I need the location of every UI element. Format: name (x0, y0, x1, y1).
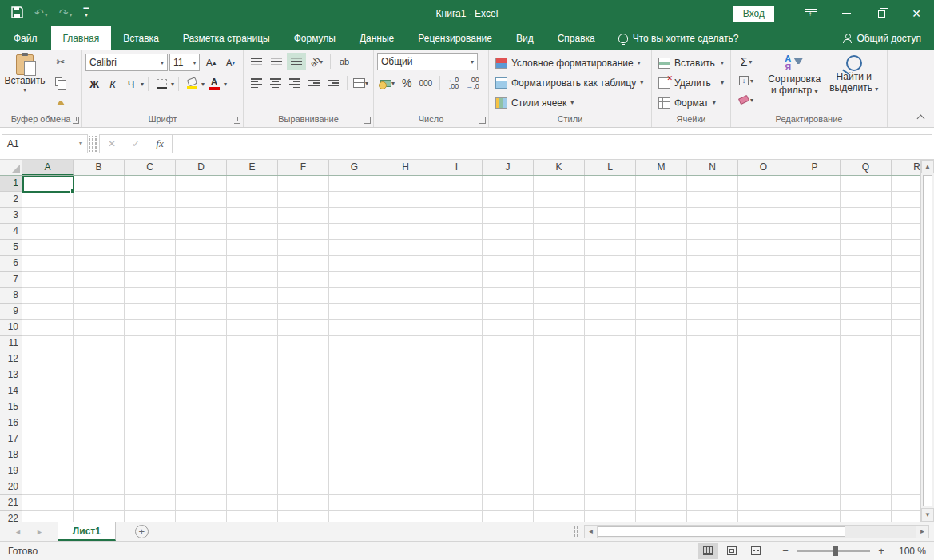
increase-indent-button[interactable] (324, 74, 343, 92)
ribbon-tab[interactable]: Вставка (111, 26, 171, 50)
number-format-select[interactable]: Общий▾ (377, 53, 478, 70)
orientation-button[interactable]: ab▾ (307, 53, 326, 70)
font-size-select[interactable]: 11▾ (169, 54, 200, 71)
cell-styles-button[interactable]: Стили ячеек▾ (492, 93, 648, 113)
format-cells-button[interactable]: Формат▾ (655, 93, 727, 113)
row-header[interactable]: 11 (0, 336, 22, 351)
row-header[interactable]: 8 (0, 288, 22, 304)
cut-button[interactable]: ✂ (50, 53, 72, 70)
row-header[interactable]: 21 (0, 495, 22, 511)
customize-qat-icon[interactable]: ▔▾ (84, 10, 89, 17)
borders-dropdown-icon[interactable]: ▾ (171, 81, 174, 88)
decrease-indent-button[interactable] (305, 74, 324, 92)
column-header[interactable]: G (329, 160, 380, 175)
delete-cells-button[interactable]: Удалить▾ (655, 73, 727, 93)
new-sheet-button[interactable]: + (135, 525, 149, 538)
copy-button[interactable]: ▾ (50, 73, 72, 90)
column-header[interactable]: C (125, 160, 176, 175)
fill-handle[interactable] (70, 189, 75, 193)
vertical-scrollbar[interactable]: ▲ ▼ (920, 160, 934, 522)
row-header[interactable]: 5 (0, 240, 22, 256)
font-name-select[interactable]: Calibri▾ (85, 54, 168, 71)
tab-scroll-splitter[interactable] (573, 526, 579, 538)
undo-dropdown-icon[interactable]: ▾ (45, 11, 48, 18)
cells-area[interactable] (22, 176, 920, 522)
name-box-dropdown-icon[interactable]: ▾ (79, 140, 82, 147)
row-header[interactable]: 14 (0, 383, 22, 399)
increase-decimal-button[interactable]: ←0,00 (444, 74, 462, 92)
borders-button[interactable] (153, 75, 170, 93)
clipboard-dialog-launcher-icon[interactable] (73, 117, 79, 124)
horizontal-scrollbar[interactable]: ◄ ► (584, 525, 929, 538)
find-select-button[interactable]: Найти и выделить ▾ (825, 53, 884, 113)
column-header[interactable]: K (534, 160, 585, 175)
row-header[interactable]: 19 (0, 463, 22, 479)
page-break-view-button[interactable] (745, 543, 766, 559)
formula-bar-grip[interactable] (89, 136, 97, 152)
fill-button[interactable]: ↓▾ (734, 72, 758, 89)
font-color-button[interactable]: А (205, 75, 223, 93)
column-header[interactable]: E (227, 160, 278, 175)
column-header[interactable]: F (278, 160, 329, 175)
tell-me-search[interactable]: Что вы хотите сделать? (607, 26, 750, 50)
number-dialog-launcher-icon[interactable] (479, 117, 486, 124)
row-header[interactable]: 22 (0, 511, 22, 522)
ribbon-tab[interactable]: Рецензирование (406, 26, 504, 50)
currency-format-button[interactable]: ▾ (377, 74, 398, 92)
page-layout-view-button[interactable] (721, 543, 742, 559)
column-header[interactable]: I (431, 160, 483, 175)
row-header[interactable]: 12 (0, 351, 22, 367)
column-header[interactable]: Q (841, 160, 892, 175)
column-header[interactable]: P (789, 160, 841, 175)
underline-button[interactable]: Ч (122, 75, 140, 93)
font-dialog-launcher-icon[interactable] (234, 117, 240, 124)
shrink-font-button[interactable]: A▾ (221, 54, 240, 71)
zoom-percentage[interactable]: 100 % (892, 546, 926, 557)
percent-format-button[interactable]: % (399, 74, 415, 92)
zoom-out-button[interactable]: − (781, 545, 790, 557)
horizontal-scroll-thumb[interactable] (598, 526, 845, 537)
column-header[interactable]: O (738, 160, 789, 175)
ribbon-tab[interactable]: Формулы (282, 26, 348, 50)
row-header[interactable]: 20 (0, 479, 22, 495)
row-header[interactable]: 7 (0, 272, 22, 288)
column-header[interactable]: D (176, 160, 227, 175)
scroll-left-icon[interactable]: ◄ (584, 525, 598, 538)
align-center-button[interactable] (266, 74, 284, 92)
row-header[interactable]: 13 (0, 367, 22, 383)
close-button[interactable]: ✕ (899, 0, 934, 26)
sheet-prev-icon[interactable]: ◄ (14, 528, 22, 536)
confirm-entry-button[interactable]: ✓ (124, 135, 148, 153)
clear-button[interactable]: ▾ (734, 91, 758, 109)
name-box[interactable]: A1 ▾ (2, 134, 88, 153)
ribbon-tab[interactable]: Данные (348, 26, 406, 50)
scroll-down-icon[interactable]: ▼ (921, 508, 934, 522)
align-bottom-button[interactable] (287, 53, 306, 70)
row-header[interactable]: 16 (0, 415, 22, 431)
insert-function-button[interactable]: fx (148, 135, 172, 153)
comma-format-button[interactable]: 000 (415, 74, 435, 92)
format-painter-button[interactable] (50, 93, 72, 110)
column-header[interactable]: B (74, 160, 125, 175)
row-header[interactable]: 15 (0, 399, 22, 415)
row-header[interactable]: 10 (0, 320, 22, 336)
sign-in-button[interactable]: Вход (733, 6, 774, 22)
row-header[interactable]: 17 (0, 431, 22, 447)
save-icon[interactable] (11, 6, 23, 20)
zoom-slider[interactable] (797, 550, 870, 552)
merge-center-button[interactable]: ▾ (352, 74, 370, 92)
paste-button[interactable]: Вставить ▾ (3, 53, 46, 113)
grow-font-button[interactable]: A▴ (201, 54, 220, 71)
decrease-decimal-button[interactable]: 00→,0 (463, 74, 483, 92)
bold-button[interactable]: Ж (85, 75, 103, 93)
align-top-button[interactable] (247, 53, 266, 70)
alignment-dialog-launcher-icon[interactable] (364, 117, 371, 124)
redo-dropdown-icon[interactable]: ▾ (69, 11, 72, 18)
format-as-table-button[interactable]: Форматировать как таблицу▾ (492, 73, 648, 93)
italic-button[interactable]: К (104, 75, 121, 93)
conditional-formatting-button[interactable]: Условное форматирование▾ (492, 53, 648, 73)
row-header[interactable]: 6 (0, 256, 22, 272)
column-header[interactable]: A (22, 160, 74, 175)
row-header[interactable]: 18 (0, 447, 22, 463)
autosum-button[interactable]: Σ▾ (734, 53, 758, 70)
